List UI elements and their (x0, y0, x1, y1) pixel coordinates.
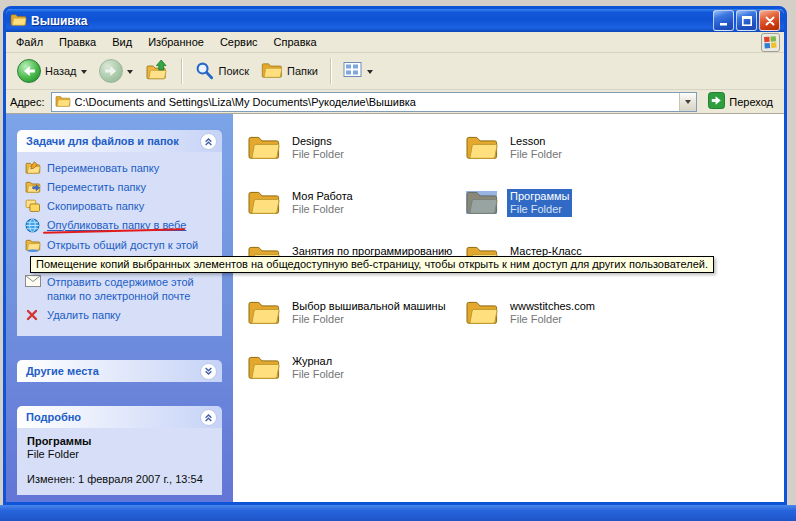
menu-item-5[interactable]: Справка (266, 32, 325, 52)
collapse-chevron-icon[interactable] (200, 133, 217, 150)
file-type: File Folder (292, 313, 446, 326)
file-name: Designs (292, 135, 344, 148)
file-label: DesignsFile Folder (289, 134, 347, 162)
file-name: Программы (510, 190, 569, 203)
address-input[interactable]: C:\Documents and Settings\Liza\My Docume… (51, 92, 698, 112)
menu-item-0[interactable]: Файл (8, 32, 51, 52)
file-type: File Folder (510, 148, 562, 161)
email-icon (25, 275, 41, 287)
task-label: Опубликовать папку в вебе (47, 218, 186, 232)
back-dropdown-icon[interactable] (81, 70, 87, 77)
task-pane: Задачи для файлов и папок Переименовать … (6, 114, 233, 502)
details-title: Подробно (26, 411, 200, 423)
other-places-header[interactable]: Другие места (17, 360, 222, 382)
folder-icon (465, 133, 499, 161)
file-type: File Folder (292, 368, 344, 381)
rename-folder-icon (25, 161, 41, 175)
folders-button[interactable]: Папки (256, 57, 323, 85)
back-icon (17, 59, 41, 83)
share-folder-icon (25, 238, 41, 252)
views-icon (343, 61, 363, 81)
menu-bar: ФайлПравкаВидИзбранноеСервисСправка (6, 32, 784, 53)
file-tile[interactable]: Моя РаботаFile Folder (247, 188, 465, 243)
file-tile[interactable]: LessonFile Folder (465, 133, 683, 188)
go-button[interactable]: Переход (703, 91, 778, 112)
task-delete-icon[interactable]: Удалить папку (25, 305, 218, 324)
go-label: Переход (729, 96, 773, 108)
details-section: Подробно Программы File Folder Изменен: … (17, 406, 222, 495)
task-copy-folder-icon[interactable]: Скопировать папку (25, 196, 218, 215)
file-tile[interactable]: wwwstitches.comFile Folder (465, 298, 683, 353)
toolbar-separator (330, 58, 331, 84)
details-file-type: File Folder (27, 448, 216, 460)
window-folder-icon (10, 12, 27, 29)
file-tile[interactable]: ПрограммыFile Folder (465, 188, 683, 243)
file-label: ПрограммыFile Folder (507, 189, 572, 217)
folder-icon (465, 298, 499, 326)
maximize-button[interactable] (736, 10, 757, 31)
up-button[interactable] (140, 55, 174, 87)
back-button[interactable]: Назад (12, 56, 92, 86)
folders-label: Папки (287, 65, 318, 77)
address-dropdown-button[interactable] (679, 93, 696, 111)
task-label: Скопировать папку (47, 199, 144, 213)
task-rename-folder-icon[interactable]: Переименовать папку (25, 158, 218, 177)
task-email-icon[interactable]: Отправить содержимое этой папки по элект… (25, 272, 218, 305)
forward-icon (99, 59, 123, 83)
file-name: wwwstitches.com (510, 300, 595, 313)
search-icon (194, 60, 215, 83)
folders-icon (261, 60, 283, 82)
task-publish-web-icon[interactable]: Опубликовать папку в вебе (25, 215, 218, 235)
file-label: Выбор вышивальной машиныFile Folder (289, 299, 449, 327)
delete-icon (25, 308, 41, 322)
file-list: DesignsFile Folder LessonFile Folder Моя… (233, 114, 784, 502)
up-folder-icon (145, 58, 169, 84)
menu-item-3[interactable]: Избранное (140, 32, 212, 52)
title-bar[interactable]: Вышивка (6, 9, 784, 32)
expand-chevron-icon[interactable] (200, 363, 217, 380)
desktop: Вышивка ФайлПравкаВидИзбранноеСервисСпра… (0, 0, 796, 521)
file-label: LessonFile Folder (507, 134, 565, 162)
details-modified: Изменен: 1 февраля 2007 г., 13:54 (27, 473, 216, 485)
address-path: C:\Documents and Settings\Liza\My Docume… (75, 96, 676, 108)
views-button[interactable] (338, 58, 378, 84)
task-share-folder-icon[interactable]: Открыть общий доступ к этой (25, 235, 218, 254)
forward-dropdown-icon[interactable] (127, 70, 133, 77)
file-type: File Folder (510, 203, 569, 216)
copy-folder-icon (25, 199, 41, 213)
address-bar: Адрес: C:\Documents and Settings\Liza\My… (6, 90, 784, 114)
file-tile[interactable]: DesignsFile Folder (247, 133, 465, 188)
details-header[interactable]: Подробно (17, 406, 222, 428)
menu-item-2[interactable]: Вид (104, 32, 140, 52)
search-button[interactable]: Поиск (189, 57, 254, 86)
toolbar-separator (181, 58, 182, 84)
folder-icon (465, 188, 499, 216)
toolbar: Назад (6, 53, 784, 90)
tooltip: Помещение копий выбранных элементов на о… (30, 256, 714, 273)
forward-button[interactable] (94, 56, 138, 86)
task-label: Открыть общий доступ к этой (47, 238, 198, 252)
folder-icon (247, 353, 281, 381)
file-name: Выбор вышивальной машины (292, 300, 446, 313)
folder-icon (247, 188, 281, 216)
task-move-folder-icon[interactable]: Переместить папку (25, 177, 218, 196)
minimize-button[interactable] (713, 10, 734, 31)
back-label: Назад (45, 65, 77, 77)
close-button[interactable] (759, 10, 780, 31)
menu-item-1[interactable]: Правка (51, 32, 104, 52)
publish-web-icon (25, 218, 41, 233)
file-label: Моя РаботаFile Folder (289, 189, 356, 217)
other-places-title: Другие места (26, 365, 200, 377)
folder-icon (247, 133, 281, 161)
details-file-name: Программы (27, 435, 216, 447)
file-tasks-header[interactable]: Задачи для файлов и папок (17, 130, 222, 152)
file-name: Моя Работа (292, 190, 353, 203)
menu-item-4[interactable]: Сервис (212, 32, 266, 52)
go-icon (708, 92, 725, 111)
file-tasks-title: Задачи для файлов и папок (26, 135, 200, 147)
collapse-chevron-icon[interactable] (200, 409, 217, 426)
views-dropdown-icon[interactable] (367, 70, 373, 77)
taskbar[interactable] (0, 505, 796, 521)
file-tile[interactable]: ЖурналFile Folder (247, 353, 465, 408)
file-tile[interactable]: Выбор вышивальной машиныFile Folder (247, 298, 465, 353)
